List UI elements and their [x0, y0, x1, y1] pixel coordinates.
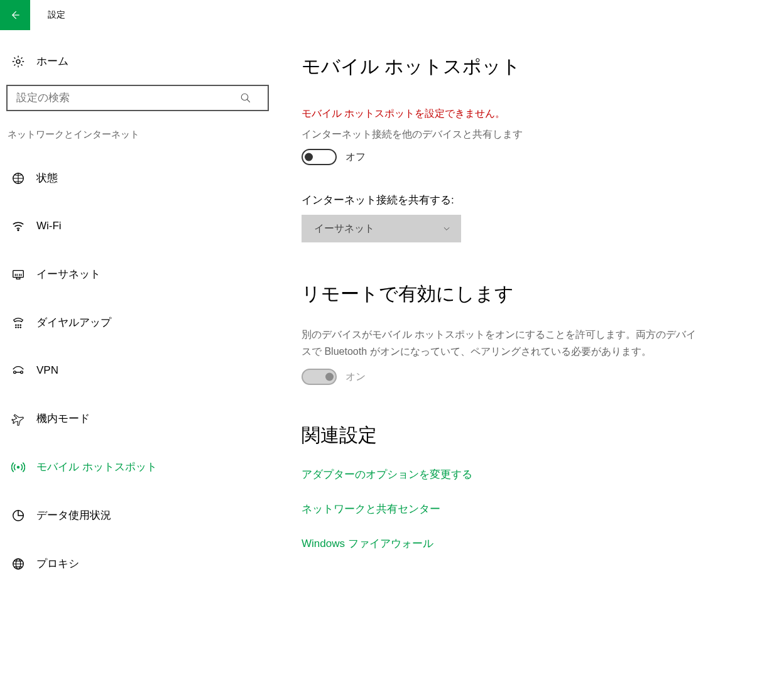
svg-point-13: [21, 371, 23, 374]
sidebar-item-label: Wi-Fi: [36, 220, 62, 232]
related-settings-title: 関連設定: [302, 423, 729, 448]
link-change-adapter-options[interactable]: アダプターのオプションを変更する: [302, 467, 729, 482]
sidebar-item-label: モバイル ホットスポット: [36, 460, 157, 474]
error-message: モバイル ホットスポットを設定できません。: [302, 107, 729, 121]
svg-point-7: [18, 324, 19, 325]
share-toggle-label: オフ: [346, 151, 366, 164]
remote-toggle-row: オン: [302, 369, 729, 385]
related-links: アダプターのオプションを変更する ネットワークと共有センター Windows フ…: [302, 467, 729, 551]
remote-description: 別のデバイスがモバイル ホットスポットをオンにすることを許可します。両方のデバイ…: [302, 326, 704, 360]
globe-icon: [11, 557, 25, 571]
share-description: インターネット接続を他のデバイスと共有します: [302, 128, 729, 141]
svg-rect-5: [16, 277, 20, 279]
sidebar-item-vpn[interactable]: VPN: [6, 355, 270, 386]
svg-point-6: [15, 324, 16, 325]
airplane-icon: [11, 412, 25, 426]
vpn-icon: [11, 364, 25, 377]
svg-point-0: [16, 60, 20, 63]
sidebar-item-label: VPN: [36, 364, 58, 377]
svg-point-9: [15, 327, 16, 328]
svg-point-3: [18, 229, 19, 230]
svg-rect-4: [13, 270, 24, 277]
sidebar-item-mobile-hotspot[interactable]: モバイル ホットスポット: [6, 451, 270, 483]
sidebar-item-label: 状態: [36, 171, 58, 185]
share-from-label: インターネット接続を共有する:: [302, 193, 729, 207]
sidebar-item-label: ダイヤルアップ: [36, 315, 111, 330]
gear-icon: [11, 55, 25, 68]
sidebar-item-dialup[interactable]: ダイヤルアップ: [6, 306, 270, 338]
svg-point-10: [18, 327, 19, 328]
svg-point-8: [20, 324, 21, 325]
sidebar-item-label: プロキシ: [36, 556, 79, 571]
share-from-value: イーサネット: [314, 222, 374, 235]
link-windows-firewall[interactable]: Windows ファイアウォール: [302, 536, 729, 551]
arrow-left-icon: [9, 9, 21, 21]
remote-toggle: [302, 369, 337, 385]
home-button[interactable]: ホーム: [6, 49, 270, 73]
svg-point-12: [14, 371, 16, 374]
link-network-sharing-center[interactable]: ネットワークと共有センター: [302, 502, 729, 516]
share-toggle-row: オフ: [302, 149, 729, 165]
titlebar: 設定: [0, 0, 784, 30]
svg-point-11: [20, 327, 21, 328]
data-usage-icon: [11, 509, 25, 522]
svg-point-14: [17, 466, 19, 468]
share-toggle[interactable]: [302, 149, 337, 165]
sidebar-item-data-usage[interactable]: データ使用状況: [6, 499, 270, 531]
home-label: ホーム: [36, 54, 68, 68]
wifi-icon: [11, 219, 25, 233]
search-input[interactable]: [6, 85, 269, 111]
window-title: 設定: [48, 9, 65, 21]
sidebar-item-wifi[interactable]: Wi-Fi: [6, 210, 270, 242]
sidebar: ホーム ネットワークとインターネット 状態: [0, 30, 276, 596]
nav: 状態 Wi-Fi: [6, 162, 270, 580]
sidebar-item-proxy[interactable]: プロキシ: [6, 548, 270, 580]
sidebar-item-label: データ使用状況: [36, 508, 111, 522]
ethernet-icon: [11, 268, 25, 281]
search-container: [6, 85, 270, 111]
main-content: モバイル ホットスポット モバイル ホットスポットを設定できません。 インターネ…: [276, 30, 754, 596]
remote-toggle-label: オン: [346, 371, 366, 384]
share-from-dropdown[interactable]: イーサネット: [302, 215, 461, 242]
category-header: ネットワークとインターネット: [6, 125, 270, 144]
sidebar-item-status[interactable]: 状態: [6, 162, 270, 194]
sidebar-item-label: イーサネット: [36, 267, 101, 281]
hotspot-icon: [11, 460, 25, 474]
sidebar-item-label: 機内モード: [36, 411, 90, 426]
phone-icon: [11, 316, 25, 330]
remote-section-title: リモートで有効にします: [302, 281, 729, 307]
globe-grid-icon: [11, 171, 25, 185]
back-button[interactable]: [0, 0, 30, 30]
page-title: モバイル ホットスポット: [302, 54, 729, 80]
sidebar-item-ethernet[interactable]: イーサネット: [6, 258, 270, 290]
sidebar-item-airplane[interactable]: 機内モード: [6, 403, 270, 435]
chevron-down-icon: [442, 224, 451, 233]
